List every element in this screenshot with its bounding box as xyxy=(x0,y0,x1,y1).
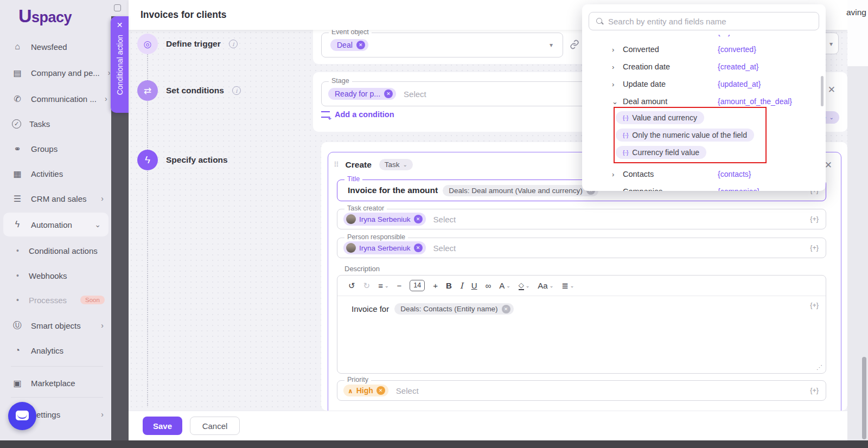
remove-chip-icon[interactable] xyxy=(356,41,365,49)
close-icon[interactable]: ✕ xyxy=(117,21,123,29)
priority-field[interactable]: Priority High Select {+} xyxy=(337,380,826,401)
font-size-box[interactable]: 14 xyxy=(410,280,425,291)
sidebar-item-automation[interactable]: ϟ Automation ⌄ xyxy=(3,213,108,236)
description-token-chip[interactable]: Deals: Contacts (Entity name) xyxy=(394,303,513,315)
chat-widget-button[interactable] xyxy=(8,402,36,430)
person-responsible-chip[interactable]: Iryna Serbeniuk xyxy=(343,241,426,254)
add-condition-link[interactable]: Add a condition xyxy=(321,110,394,119)
page-title: Invoices for clients xyxy=(141,9,227,21)
event-object-chip[interactable]: Deal xyxy=(330,39,368,51)
description-editor[interactable]: ↺ ↻ ≡⌄ − 14 + B I U ∞ A⌄ ◇⌄ Aa⌄ ≣⌄ Invoi… xyxy=(337,275,826,374)
sidebar-item-company[interactable]: ▤ Company and pe... › xyxy=(0,63,111,82)
chip-label: Deal xyxy=(337,41,353,49)
chevron-right-icon: › xyxy=(108,68,111,77)
highlight-color-icon[interactable]: ◇⌄ xyxy=(519,281,530,290)
dropdown-caret-icon[interactable]: ▾ xyxy=(550,41,553,49)
resize-handle-icon[interactable]: ⋰ xyxy=(816,364,822,371)
editor-toolbar: ↺ ↻ ≡⌄ − 14 + B I U ∞ A⌄ ◇⌄ Aa⌄ ≣⌄ xyxy=(337,276,826,296)
soon-badge: Soon xyxy=(80,296,105,304)
collapse-sidebar-icon[interactable] xyxy=(114,4,121,11)
editor-content[interactable]: Invoice for Deals: Contacts (Entity name… xyxy=(337,296,826,322)
search-box[interactable] xyxy=(589,12,819,30)
building-icon: ▤ xyxy=(12,68,23,78)
sidebar-item-crm[interactable]: ☰ CRM and sales › xyxy=(0,189,111,208)
italic-icon[interactable]: I xyxy=(460,281,463,291)
remove-token-icon[interactable] xyxy=(502,305,510,313)
sidebar-item-label: Activities xyxy=(31,169,63,178)
dropdown-row-converted[interactable]: › Converted {converted} xyxy=(582,43,826,56)
sidebar-item-analytics[interactable]: ◔ Analytics xyxy=(0,341,111,360)
title-token-chip[interactable]: Deals: Deal amount (Value and currency) xyxy=(443,185,598,196)
cancel-button[interactable]: Cancel xyxy=(190,417,240,435)
token-label: Deals: Contacts (Entity name) xyxy=(400,305,497,313)
chip-label: Ready for p... xyxy=(335,89,380,98)
entity-type-select[interactable]: Task⌄ xyxy=(379,159,413,170)
phone-chat-icon: ✆ xyxy=(12,94,23,104)
insert-link-icon[interactable]: ∞ xyxy=(486,281,492,290)
sub-option-currency-field[interactable]: {··}Currency field value xyxy=(616,146,706,159)
sidebar-item-webhooks[interactable]: • Webhooks xyxy=(0,266,111,285)
redo-icon[interactable]: ↻ xyxy=(363,281,371,291)
insert-variable-button[interactable]: {+} xyxy=(810,302,819,309)
link-icon[interactable] xyxy=(570,40,579,49)
sidebar-item-marketplace[interactable]: ▣ Marketplace xyxy=(0,374,111,392)
remove-chip-icon[interactable] xyxy=(414,215,423,223)
line-spacing-icon[interactable]: ≡⌄ xyxy=(378,281,388,290)
insert-variable-button[interactable]: {+} xyxy=(810,244,819,252)
row-label: Update date xyxy=(623,80,666,88)
search-input[interactable] xyxy=(608,17,819,26)
dropdown-row-contacts[interactable]: › Contacts {contacts} xyxy=(582,168,826,181)
type-label: Task xyxy=(385,161,400,169)
insert-variable-button[interactable]: {+} xyxy=(810,387,819,394)
remove-condition-icon[interactable]: ✕ xyxy=(828,84,835,95)
priority-chip[interactable]: High xyxy=(343,385,388,396)
stage-chip[interactable]: Ready for p... xyxy=(328,88,396,100)
dropdown-row-update-date[interactable]: › Update date {updated_at} xyxy=(582,78,826,91)
sidebar-item-smart-objects[interactable]: Ⓤ Smart objects › xyxy=(0,316,111,335)
sidebar-item-activities[interactable]: ▦ Activities xyxy=(0,164,111,183)
underline-icon[interactable]: U xyxy=(471,281,477,290)
create-task-block: ⠿ Create Task⌄ ✕ Title Invoice for the a… xyxy=(328,152,841,434)
decrease-font-icon[interactable]: − xyxy=(397,281,401,290)
conditions-icon: ⇄ xyxy=(137,80,158,101)
field-label: Title xyxy=(344,175,362,183)
remove-chip-icon[interactable] xyxy=(414,244,423,252)
remove-chip-icon[interactable] xyxy=(376,386,385,395)
dropdown-row-creation-date[interactable]: › Creation date {created_at} xyxy=(582,60,826,73)
sub-option-numeric-value[interactable]: {··}Only the numeric value of the field xyxy=(616,129,754,142)
person-responsible-field[interactable]: Person responsible Iryna Serbeniuk Selec… xyxy=(337,238,826,258)
dropdown-row-companies[interactable]: › Companies {companies} xyxy=(582,185,826,191)
increase-font-icon[interactable]: + xyxy=(433,281,438,290)
align-icon[interactable]: ≣⌄ xyxy=(561,281,574,291)
undo-icon[interactable]: ↺ xyxy=(348,281,355,291)
info-icon[interactable] xyxy=(232,86,241,95)
conditional-action-tab[interactable]: ✕ Conditional action xyxy=(111,16,129,113)
sidebar-item-conditional-actions[interactable]: • Conditional actions xyxy=(0,241,111,260)
save-button[interactable]: Save xyxy=(143,417,182,435)
task-creator-chip[interactable]: Iryna Serbeniuk xyxy=(343,213,426,226)
page-scrollbar[interactable] xyxy=(862,357,866,439)
sub-option-value-and-currency[interactable]: {··}Value and currency xyxy=(616,111,704,124)
sidebar-item-groups[interactable]: ⚭ Groups xyxy=(0,139,111,158)
text-style-icon[interactable]: Aa⌄ xyxy=(538,281,553,290)
remove-chip-icon[interactable] xyxy=(384,89,393,98)
avatar xyxy=(346,243,356,253)
variable-icon: {··} xyxy=(623,115,628,121)
sidebar-item-tasks[interactable]: ✓ Tasks xyxy=(0,114,111,133)
field-label: Task creator xyxy=(344,204,387,212)
uspacy-logo[interactable]: Uspacy xyxy=(18,5,72,27)
event-object-field[interactable]: Event object Deal ▾ xyxy=(321,33,563,57)
trigger-icon: ◎ xyxy=(137,34,158,54)
dropdown-scrollbar[interactable] xyxy=(821,76,824,106)
chevron-right-icon: › xyxy=(105,94,107,103)
task-creator-field[interactable]: Task creator Iryna Serbeniuk Select {+} xyxy=(337,209,826,229)
insert-variable-button[interactable]: {+} xyxy=(810,215,819,223)
info-icon[interactable] xyxy=(229,40,238,48)
sidebar-item-communication[interactable]: ✆ Communication ... › xyxy=(0,89,111,108)
dropdown-row-deal-amount[interactable]: ⌄ Deal amount {amount_of_the_deal} xyxy=(582,95,826,108)
bold-icon[interactable]: B xyxy=(446,281,452,290)
font-color-icon[interactable]: A⌄ xyxy=(499,281,510,290)
sidebar-item-newsfeed[interactable]: ⌂ Newsfeed xyxy=(0,37,111,56)
drag-handle-icon[interactable]: ⠿ xyxy=(334,161,338,169)
row-token: {companies} xyxy=(718,187,760,191)
